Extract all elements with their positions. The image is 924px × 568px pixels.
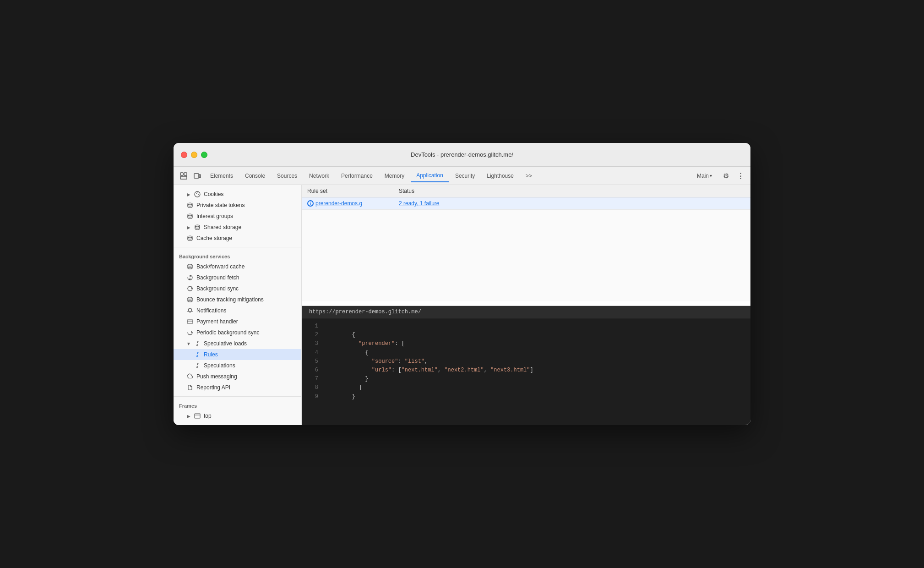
sidebar-item-interest-groups[interactable]: Interest groups	[174, 211, 301, 222]
code-block: 1 2 { 3 "prerender": [ 4	[302, 318, 750, 425]
cookies-icon	[194, 191, 201, 198]
detail-url: https://prerender-demos.glitch.me/	[302, 306, 750, 318]
frames-header: Frames	[174, 399, 301, 410]
sidebar-item-label: Interest groups	[196, 213, 233, 219]
tab-network[interactable]: Network	[304, 169, 335, 182]
tab-security[interactable]: Security	[450, 169, 480, 182]
sidebar-item-label: Bounce tracking mitigations	[196, 296, 264, 303]
payment-icon	[186, 318, 194, 325]
sidebar-item-background-sync[interactable]: Background sync	[174, 283, 301, 294]
tab-performance[interactable]: Performance	[336, 169, 378, 182]
svg-point-13	[188, 264, 192, 266]
line-number: 5	[309, 357, 318, 366]
line-number: 1	[309, 322, 318, 331]
code-line: 6 "urls": ["next.html", "next2.html", "n…	[309, 366, 743, 375]
sidebar-item-payment-handler[interactable]: Payment handler	[174, 316, 301, 327]
sidebar-item-notifications[interactable]: Notifications	[174, 305, 301, 316]
ruleset-link[interactable]: prerender-demos.g	[315, 200, 362, 207]
bell-icon	[186, 307, 194, 314]
sidebar-item-back-forward-cache[interactable]: Back/forward cache	[174, 261, 301, 272]
line-number: 6	[309, 366, 318, 375]
svg-point-9	[188, 203, 192, 205]
sidebar-item-label: Back/forward cache	[196, 263, 245, 270]
sidebar-item-label: Cache storage	[196, 235, 232, 241]
info-icon: i	[307, 200, 314, 207]
sidebar-item-label: Reporting API	[196, 384, 230, 391]
svg-rect-15	[187, 320, 193, 323]
inspect-element-icon[interactable]	[177, 169, 190, 182]
sidebar-item-cookies[interactable]: ▶ Cookies	[174, 189, 301, 200]
line-content: ]	[326, 383, 362, 392]
svg-rect-0	[180, 173, 183, 175]
sidebar-item-label: Speculative loads	[204, 340, 247, 347]
svg-rect-1	[180, 176, 187, 179]
line-content	[326, 322, 329, 331]
main-dropdown[interactable]: Main ▾	[691, 169, 717, 182]
sync-icon	[186, 285, 194, 292]
close-button[interactable]	[181, 152, 187, 158]
sidebar-item-shared-storage[interactable]: ▶ Shared storage	[174, 222, 301, 233]
tab-overflow[interactable]: >>	[520, 169, 538, 182]
svg-point-12	[188, 236, 192, 238]
sidebar-item-periodic-bg-sync[interactable]: Periodic background sync	[174, 327, 301, 338]
sidebar-item-speculative-loads[interactable]: ▼ Speculative loads	[174, 338, 301, 349]
column-header-status: Status	[399, 188, 745, 194]
traffic-lights	[181, 152, 207, 158]
sidebar-item-private-state-tokens[interactable]: Private state tokens	[174, 200, 301, 211]
sidebar-item-bounce-tracking[interactable]: Bounce tracking mitigations	[174, 294, 301, 305]
sidebar-item-rules[interactable]: Rules	[174, 349, 301, 360]
sidebar-item-push-messaging[interactable]: Push messaging	[174, 371, 301, 382]
collapse-arrow-icon: ▼	[186, 341, 191, 346]
cell-status: 2 ready, 1 failure	[399, 200, 745, 207]
sync-icon	[194, 351, 201, 358]
svg-point-14	[188, 297, 192, 299]
status-link[interactable]: 2 ready, 1 failure	[399, 200, 440, 207]
more-options-icon[interactable]: ⋮	[734, 169, 747, 182]
frame-icon	[194, 412, 201, 420]
sidebar: ▶ Cookies Private state tokens Interest …	[174, 185, 302, 425]
code-line: 2 {	[309, 331, 743, 339]
sidebar-item-label: Payment handler	[196, 318, 238, 325]
settings-icon[interactable]: ⚙	[719, 169, 732, 182]
svg-point-10	[188, 214, 192, 216]
cloud-icon	[186, 373, 194, 380]
table-row[interactable]: i prerender-demos.g 2 ready, 1 failure	[302, 197, 750, 210]
database-icon	[186, 213, 194, 220]
sidebar-item-label: Background fetch	[196, 274, 239, 281]
sidebar-item-label: Speculations	[204, 362, 235, 369]
tab-lighthouse[interactable]: Lighthouse	[481, 169, 519, 182]
tab-console[interactable]: Console	[239, 169, 271, 182]
database-icon	[186, 235, 194, 242]
sidebar-item-top-frame[interactable]: ▶ top	[174, 410, 301, 421]
sidebar-item-reporting-api[interactable]: Reporting API	[174, 382, 301, 393]
device-toggle-icon[interactable]	[191, 169, 204, 182]
svg-rect-17	[195, 414, 200, 418]
tab-elements[interactable]: Elements	[205, 169, 239, 182]
document-icon	[186, 384, 194, 391]
sidebar-item-label: Periodic background sync	[196, 329, 259, 336]
database-icon	[186, 296, 194, 303]
code-line: 8 ]	[309, 383, 743, 392]
sidebar-item-background-fetch[interactable]: Background fetch	[174, 272, 301, 283]
sync-icon	[194, 340, 201, 347]
line-content: "prerender": [	[326, 339, 405, 348]
sync-icon	[194, 362, 201, 369]
minimize-button[interactable]	[191, 152, 197, 158]
tab-sources[interactable]: Sources	[272, 169, 303, 182]
tab-memory[interactable]: Memory	[379, 169, 410, 182]
sidebar-item-label: Rules	[204, 351, 218, 358]
table-header: Rule set Status	[302, 185, 750, 197]
database-icon	[186, 263, 194, 270]
sidebar-item-cache-storage[interactable]: Cache storage	[174, 233, 301, 244]
maximize-button[interactable]	[201, 152, 207, 158]
toolbar-right-controls: Main ▾ ⚙ ⋮	[691, 169, 747, 182]
line-number: 7	[309, 375, 318, 383]
sidebar-item-label: Notifications	[196, 307, 226, 314]
line-number: 4	[309, 349, 318, 357]
sidebar-item-speculations[interactable]: Speculations	[174, 360, 301, 371]
svg-point-7	[198, 194, 199, 195]
svg-point-6	[196, 193, 197, 194]
sync-icon	[186, 274, 194, 281]
line-number: 2	[309, 331, 318, 339]
tab-application[interactable]: Application	[411, 169, 449, 182]
